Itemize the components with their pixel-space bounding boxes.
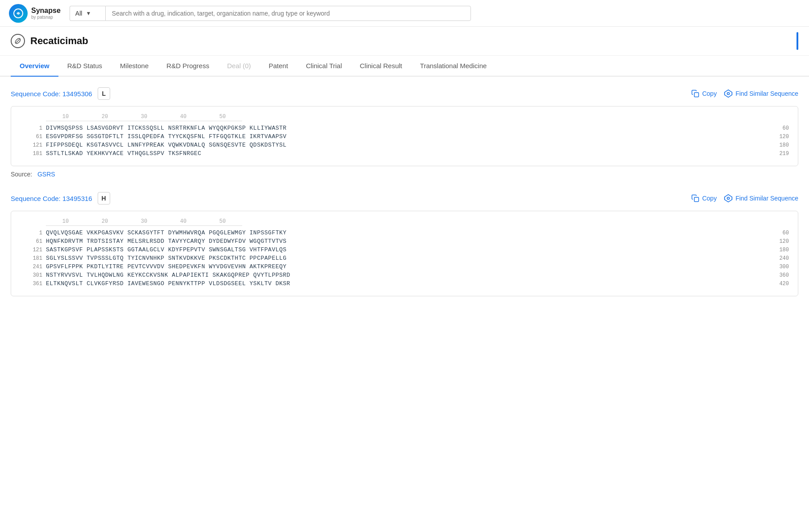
copy-icon-2	[691, 194, 699, 202]
logo-icon	[9, 4, 28, 23]
find-similar-button-2[interactable]: Find Similar Sequence	[724, 194, 798, 203]
source-label-1: Source:	[11, 171, 32, 178]
find-similar-icon-1	[724, 89, 733, 98]
seq-line-2-7: 361 ELTKNQVSLT CLVKGFYRSD IAVEWESNGO PEN…	[20, 280, 789, 287]
copy-label-1: Copy	[702, 90, 717, 97]
ruler-40-2: 40	[164, 218, 203, 225]
search-input-wrap	[105, 6, 471, 21]
seq-line-2-6: 301 NSTYRVVSVL TVLHQDWLNG KEYKCCKVSNK AL…	[20, 272, 789, 278]
seq-line-2-2: 61 HQNFKDRVTM TRDTSISTAY MELSRLRSDD TAVY…	[20, 238, 789, 245]
logo-text: Synapse by patsnap	[31, 7, 61, 20]
ruler-50-1: 50	[203, 114, 242, 120]
sequence-box-1: 10 20 30 40 50 1 DIVMSQSPSS LSASVGDRVT I…	[11, 106, 798, 166]
drug-title-bar: Recaticimab	[0, 27, 809, 56]
ruler-1: 10 20 30 40 50	[46, 114, 789, 120]
find-similar-button-1[interactable]: Find Similar Sequence	[724, 89, 798, 98]
source-link-1[interactable]: GSRS	[37, 171, 55, 178]
sequence-section-2: Sequence Code: 13495316 H Copy Find Simi…	[11, 192, 798, 296]
ruler-10-1: 10	[46, 114, 85, 120]
tab-translational-medicine[interactable]: Translational Medicine	[411, 56, 496, 76]
drug-title: Recaticimab	[30, 35, 88, 47]
ruler-30-2: 30	[124, 218, 164, 225]
sequence-badge-1: L	[98, 87, 110, 100]
chevron-down-icon: ▼	[86, 10, 91, 16]
tab-clinical-result[interactable]: Clinical Result	[351, 56, 411, 76]
sequence-code-1: Sequence Code: 13495306	[11, 90, 92, 98]
tab-clinical-trial[interactable]: Clinical Trial	[297, 56, 351, 76]
sequence-header-2: Sequence Code: 13495316 H Copy Find Simi…	[11, 192, 798, 205]
svg-marker-4	[725, 90, 732, 98]
seq-line-1-4: 181 SSTLTLSKAD YEKHKVYACE VTHQGLSSPV TKS…	[20, 150, 789, 157]
find-similar-label-1: Find Similar Sequence	[735, 90, 798, 97]
svg-line-2	[16, 39, 20, 43]
copy-button-2[interactable]: Copy	[691, 194, 717, 202]
header: Synapse by patsnap All ▼	[0, 0, 809, 27]
ruler-line-1	[46, 121, 242, 121]
svg-point-5	[727, 93, 730, 95]
seq-line-1-1: 1 DIVMSQSPSS LSASVGDRVT ITCKSSQSLL NSRTR…	[20, 125, 789, 131]
svg-rect-6	[694, 197, 699, 202]
logo-name: Synapse	[31, 7, 61, 15]
find-similar-label-2: Find Similar Sequence	[735, 195, 798, 202]
tab-milestone[interactable]: Milestone	[111, 56, 157, 76]
ruler-50-2: 50	[203, 218, 242, 225]
ruler-2: 10 20 30 40 50	[46, 218, 789, 225]
pill-icon	[11, 34, 25, 48]
seq-line-2-3: 121 SASTKGPSVF PLAPSSKSTS GGTAALGCLV KDY…	[20, 246, 789, 253]
sequence-section-1: Sequence Code: 13495306 L Copy Find Simi…	[11, 87, 798, 178]
tab-rd-status[interactable]: R&D Status	[58, 56, 111, 76]
seq-line-1-2: 61 ESGVPDRFSG SGSGTDFTLT ISSLQPEDFA TYYC…	[20, 133, 789, 140]
search-dropdown-label: All	[75, 10, 83, 17]
source-line-1: Source: GSRS	[11, 171, 798, 178]
search-dropdown[interactable]: All ▼	[70, 6, 105, 21]
svg-point-8	[727, 197, 730, 200]
tab-deal: Deal (0)	[218, 56, 260, 76]
find-similar-icon-2	[724, 194, 733, 203]
tab-overview[interactable]: Overview	[11, 56, 58, 76]
copy-button-1[interactable]: Copy	[691, 90, 717, 98]
copy-icon-1	[691, 90, 699, 98]
tab-patent[interactable]: Patent	[260, 56, 297, 76]
seq-line-2-4: 181 SGLYSLSSVV TVPSSSLGTQ TYICNVNHKP SNT…	[20, 255, 789, 262]
right-border-accent	[797, 32, 798, 50]
sequence-actions-1: Copy Find Similar Sequence	[691, 89, 798, 98]
ruler-30-1: 30	[124, 114, 164, 120]
sequence-header-1: Sequence Code: 13495306 L Copy Find Simi…	[11, 87, 798, 100]
sequence-code-2: Sequence Code: 13495316	[11, 195, 92, 202]
logo-area: Synapse by patsnap	[9, 4, 61, 23]
tabs-bar: Overview R&D Status Milestone R&D Progre…	[0, 56, 809, 77]
seq-line-2-5: 241 GPSVFLFPPK PKDTLYITRE PEVTCVVVDV SHE…	[20, 263, 789, 270]
content-area: Sequence Code: 13495306 L Copy Find Simi…	[0, 77, 809, 321]
svg-rect-3	[694, 93, 699, 97]
sequence-actions-2: Copy Find Similar Sequence	[691, 194, 798, 203]
ruler-line-2	[46, 225, 242, 226]
copy-label-2: Copy	[702, 195, 717, 202]
ruler-40-1: 40	[164, 114, 203, 120]
sequence-box-2[interactable]: 10 20 30 40 50 1 QVQLVQSGAE VKKPGASVKV S…	[11, 211, 798, 296]
logo-sub: by patsnap	[31, 15, 61, 20]
search-area: All ▼	[70, 6, 471, 21]
ruler-20-2: 20	[85, 218, 124, 225]
svg-marker-7	[725, 195, 732, 202]
sequence-badge-2: H	[98, 192, 110, 205]
seq-line-2-1: 1 QVQLVQSGAE VKKPGASVKV SCKASGYTFT DYWMH…	[20, 229, 789, 236]
ruler-10-2: 10	[46, 218, 85, 225]
seq-line-1-3: 121 FIFPPSDEQL KSGTASVVCL LNNFYPREAK VQW…	[20, 142, 789, 148]
search-input[interactable]	[105, 6, 471, 21]
ruler-20-1: 20	[85, 114, 124, 120]
tab-rd-progress[interactable]: R&D Progress	[157, 56, 218, 76]
